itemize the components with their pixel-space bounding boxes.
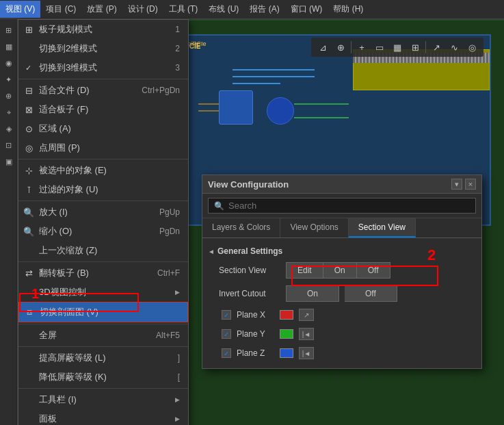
plane-y-arrow-button[interactable]: |◄ bbox=[299, 328, 314, 340]
dropdown-item-3[interactable]: ⊟ 适合文件 (D) Ctrl+PgDn bbox=[18, 81, 188, 100]
dropdown-item-10[interactable]: 🔍 缩小 (O) PgDn bbox=[18, 222, 188, 241]
sidebar-icon-8[interactable]: ⊡ bbox=[2, 138, 16, 152]
dropdown-item-5[interactable]: ⊙ 区域 (A) bbox=[18, 119, 188, 138]
fit-doc-icon: ⊟ bbox=[23, 84, 35, 96]
plane-z-row: ✓ Plane Z |◄ bbox=[208, 344, 476, 363]
general-settings-label: General Settings bbox=[217, 246, 282, 256]
plane-z-checkbox[interactable]: ✓ bbox=[222, 348, 231, 358]
sep-5 bbox=[18, 324, 188, 324]
zoom-in-icon: 🔍 bbox=[23, 206, 35, 218]
panel-content: ◄ General Settings Section View Edit On … bbox=[202, 238, 481, 368]
sidebar-icon-1[interactable]: ⊞ bbox=[2, 23, 16, 37]
search-input[interactable] bbox=[228, 201, 470, 211]
dropdown-item-6[interactable]: ◎ 点周围 (P) bbox=[18, 138, 188, 157]
view-dropdown-menu: ⊞ 板子规划模式 1 切换到2维模式 2 切换到3维模式 3 ⊟ 适合文件 (D… bbox=[18, 19, 189, 425]
panel-pin-button[interactable]: ▾ bbox=[451, 179, 462, 190]
plane-x-label: Plane X bbox=[237, 310, 274, 320]
zoom-point-icon: ◎ bbox=[23, 142, 35, 154]
invert-cutout-off-button[interactable]: Off bbox=[345, 285, 397, 302]
dropdown-item-11[interactable]: 上一次缩放 (Z) bbox=[18, 241, 188, 260]
plane-x-arrow-button[interactable]: ↗ bbox=[299, 309, 314, 321]
filter-icon: ⊺ bbox=[23, 183, 35, 196]
sidebar-icon-2[interactable]: ▦ bbox=[2, 40, 16, 53]
plane-y-color-swatch[interactable] bbox=[280, 329, 293, 339]
plane-y-row: ✓ Plane Y |◄ bbox=[208, 324, 476, 344]
tab-view-options[interactable]: View Options bbox=[280, 218, 348, 237]
search-input-wrap: 🔍 bbox=[208, 198, 476, 214]
sep-3 bbox=[18, 201, 188, 201]
dropdown-item-7[interactable]: ⊹ 被选中的对象 (E) bbox=[18, 161, 188, 180]
menu-design[interactable]: 设计 (D) bbox=[122, 1, 163, 18]
dropdown-item-9[interactable]: 🔍 放大 (I) PgUp bbox=[18, 203, 188, 222]
plane-x-color-swatch[interactable] bbox=[280, 310, 293, 320]
sep-2 bbox=[18, 159, 188, 159]
plane-y-label: Plane Y bbox=[237, 329, 274, 339]
toolbar-rect-icon[interactable]: ▭ bbox=[372, 40, 387, 55]
section-view-icon: ⧈ bbox=[23, 306, 36, 318]
sidebar-icon-5[interactable]: ⊕ bbox=[2, 89, 16, 103]
zoom-out-icon: 🔍 bbox=[23, 225, 35, 237]
invert-cutout-label: Invert Cutout bbox=[219, 289, 280, 298]
toolbar-chart-icon[interactable]: ▦ bbox=[390, 40, 405, 55]
section-view-label: Section View bbox=[219, 266, 280, 275]
tab-layers-colors[interactable]: Layers & Colors bbox=[202, 218, 280, 237]
dropdown-item-17[interactable]: 降低屏蔽等级 (K) [ bbox=[18, 368, 188, 387]
dropdown-item-18[interactable]: 工具栏 (I) bbox=[18, 390, 188, 409]
invert-cutout-on-button[interactable]: On bbox=[286, 285, 339, 302]
toolbar-magnet-icon[interactable]: ⊕ bbox=[333, 40, 348, 55]
menu-window[interactable]: 窗口 (W) bbox=[285, 1, 328, 18]
dropdown-item-2[interactable]: 切换到3维模式 3 bbox=[18, 58, 188, 77]
menu-project[interactable]: 项目 (C) bbox=[40, 1, 81, 18]
section-view-on-button[interactable]: On bbox=[323, 262, 357, 279]
toolbar-filter-icon[interactable]: ⊿ bbox=[315, 40, 330, 55]
sep-1 bbox=[18, 79, 188, 79]
plane-x-row: ✓ Plane X ↗ bbox=[208, 305, 476, 324]
menu-route[interactable]: 布线 (U) bbox=[203, 1, 244, 18]
section-collapse-icon[interactable]: ◄ bbox=[208, 248, 215, 255]
plane-y-checkbox[interactable]: ✓ bbox=[222, 329, 231, 339]
sidebar-icon-7[interactable]: ◈ bbox=[2, 122, 16, 136]
panel-search-area: 🔍 bbox=[202, 194, 481, 218]
dropdown-item-0[interactable]: ⊞ 板子规划模式 1 bbox=[18, 20, 188, 39]
pcb-toolbar: ⊿ ⊕ + ▭ ▦ ⊞ ↗ ∿ ◎ bbox=[311, 38, 483, 57]
section-view-edit-button[interactable]: Edit bbox=[286, 262, 323, 279]
sidebar-icon-4[interactable]: ✦ bbox=[2, 73, 16, 86]
toolbar-cursor-icon[interactable]: ↗ bbox=[429, 40, 444, 55]
menu-bar: 视图 (V) 项目 (C) 放置 (P) 设计 (D) 工具 (T) 布线 (U… bbox=[0, 0, 504, 19]
toolbar-wave-icon[interactable]: ∿ bbox=[447, 40, 462, 55]
plane-x-checkbox[interactable]: ✓ bbox=[222, 310, 231, 320]
dropdown-item-1[interactable]: 切换到2维模式 2 bbox=[18, 39, 188, 58]
menu-report[interactable]: 报告 (A) bbox=[244, 1, 284, 18]
dropdown-item-16[interactable]: 提高屏蔽等级 (L) ] bbox=[18, 348, 188, 368]
dropdown-item-13[interactable]: 3D视图控制 bbox=[18, 283, 188, 302]
grid-icon: ⊞ bbox=[23, 23, 35, 36]
sidebar-icon-9[interactable]: ▣ bbox=[2, 155, 16, 168]
toolbar-plus-icon[interactable]: + bbox=[354, 40, 369, 55]
menu-tools[interactable]: 工具 (T) bbox=[163, 1, 204, 18]
panel-close-button[interactable]: × bbox=[465, 179, 476, 190]
plane-z-arrow-button[interactable]: |◄ bbox=[299, 347, 314, 359]
dropdown-item-14[interactable]: ⧈ 切换剖面图 (V) bbox=[18, 302, 188, 322]
menu-help[interactable]: 帮助 (H) bbox=[328, 1, 369, 18]
dropdown-item-12[interactable]: ⇄ 翻转板子 (B) Ctrl+F bbox=[18, 263, 188, 283]
plane-z-label: Plane Z bbox=[237, 348, 274, 358]
panel-titlebar: View Configuration ▾ × bbox=[202, 175, 481, 194]
panel-tabs: Layers & Colors View Options Section Vie… bbox=[202, 218, 481, 238]
section-view-btn-group: Edit On Off bbox=[286, 262, 390, 279]
dropdown-item-15[interactable]: 全屏 Alt+F5 bbox=[18, 326, 188, 345]
toolbar-pin-icon[interactable]: ◎ bbox=[464, 40, 479, 55]
dropdown-item-4[interactable]: ⊠ 适合板子 (F) bbox=[18, 100, 188, 119]
section-view-off-button[interactable]: Off bbox=[357, 262, 390, 279]
dropdown-item-8[interactable]: ⊺ 过滤的对象 (U) bbox=[18, 180, 188, 199]
menu-place[interactable]: 放置 (P) bbox=[81, 1, 122, 18]
toolbar-grid2-icon[interactable]: ⊞ bbox=[408, 40, 423, 55]
sep-4 bbox=[18, 261, 188, 262]
dropdown-item-19[interactable]: 面板 bbox=[18, 409, 188, 425]
tab-section-view[interactable]: Section View bbox=[349, 218, 416, 237]
sidebar-icon-3[interactable]: ◉ bbox=[2, 56, 16, 70]
plane-z-color-swatch[interactable] bbox=[280, 348, 293, 358]
left-sidebar: ⊞ ▦ ◉ ✦ ⊕ ⌖ ◈ ⊡ ▣ bbox=[0, 19, 18, 425]
sidebar-icon-6[interactable]: ⌖ bbox=[2, 105, 16, 119]
menu-view[interactable]: 视图 (V) bbox=[0, 1, 40, 18]
annotation-label-2: 2 bbox=[427, 246, 436, 264]
